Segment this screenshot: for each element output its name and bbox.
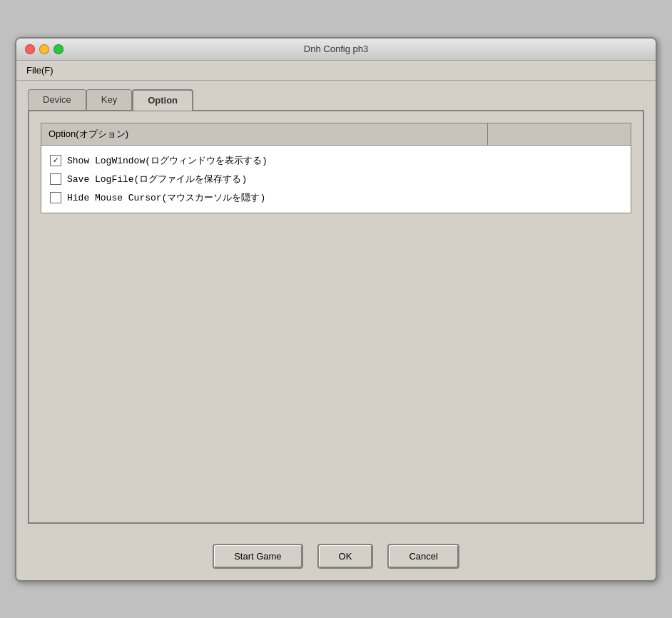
window-title: Dnh Config ph3: [304, 44, 368, 54]
label-hide-mouse-cursor: Hide Mouse Cursor(マウスカーソルを隠す): [67, 191, 265, 204]
start-game-button[interactable]: Start Game: [213, 544, 302, 569]
main-window: Dnh Config ph3 File(F) Device Key Option…: [15, 37, 657, 582]
tab-key[interactable]: Key: [86, 89, 132, 110]
checkbox-show-logwindow[interactable]: [50, 155, 61, 166]
options-body: Show LogWindow(ログウィンドウを表示する) Save LogFil…: [41, 146, 631, 213]
minimize-button[interactable]: [39, 44, 49, 54]
option-row-hide-mouse-cursor: Hide Mouse Cursor(マウスカーソルを隠す): [44, 188, 628, 207]
label-save-logfile: Save LogFile(ログファイルを保存する): [67, 173, 247, 186]
ok-button[interactable]: OK: [317, 544, 374, 569]
content-area: Device Key Option Option(オプション) Sh: [16, 81, 656, 532]
tab-device[interactable]: Device: [28, 89, 86, 110]
cancel-button[interactable]: Cancel: [387, 544, 459, 569]
checkbox-hide-mouse-cursor[interactable]: [50, 192, 61, 203]
label-show-logwindow: Show LogWindow(ログウィンドウを表示する): [67, 154, 268, 167]
options-column-header-2: [488, 123, 631, 145]
checkbox-save-logfile[interactable]: [50, 173, 61, 185]
title-bar: Dnh Config ph3: [16, 39, 656, 61]
tab-panel-option: Option(オプション) Show LogWindow(ログウィンドウを表示す…: [28, 110, 644, 524]
close-button[interactable]: [25, 44, 35, 54]
option-row-save-logfile: Save LogFile(ログファイルを保存する): [44, 170, 628, 188]
option-row-show-logwindow: Show LogWindow(ログウィンドウを表示する): [44, 151, 628, 170]
bottom-bar: Start Game OK Cancel: [16, 532, 656, 580]
options-table-header: Option(オプション): [41, 123, 631, 146]
window-controls: [25, 44, 63, 54]
menubar: File(F): [16, 61, 656, 81]
options-table: Option(オプション) Show LogWindow(ログウィンドウを表示す…: [41, 123, 631, 213]
tab-bar: Device Key Option: [28, 89, 644, 110]
tab-option[interactable]: Option: [132, 89, 193, 111]
maximize-button[interactable]: [54, 44, 63, 54]
file-menu[interactable]: File(F): [22, 64, 58, 77]
options-column-header: Option(オプション): [41, 123, 488, 145]
